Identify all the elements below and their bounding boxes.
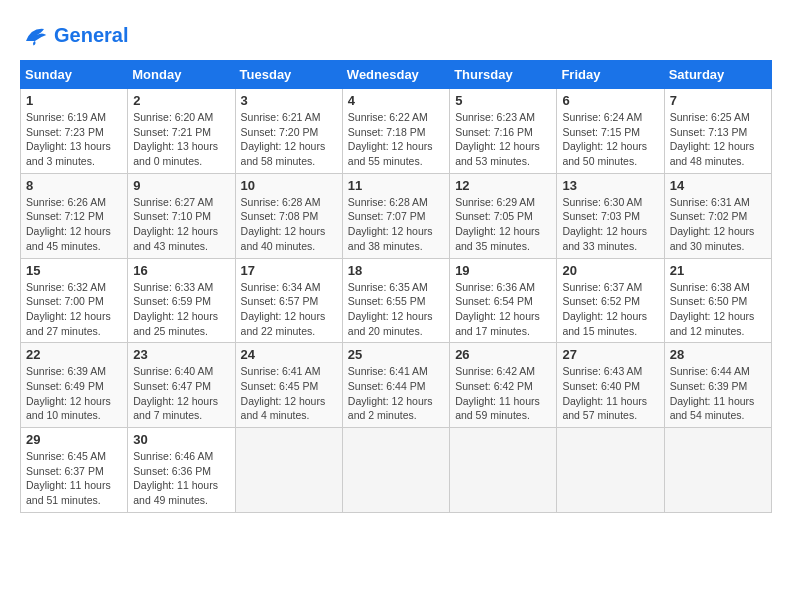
day-number: 27	[562, 347, 658, 362]
day-number: 21	[670, 263, 766, 278]
calendar-cell: 16Sunrise: 6:33 AMSunset: 6:59 PMDayligh…	[128, 258, 235, 343]
weekday-wednesday: Wednesday	[342, 61, 449, 89]
calendar-cell: 6Sunrise: 6:24 AMSunset: 7:15 PMDaylight…	[557, 89, 664, 174]
day-info: Sunrise: 6:44 AMSunset: 6:39 PMDaylight:…	[670, 364, 766, 423]
calendar-cell	[450, 428, 557, 513]
week-row-3: 15Sunrise: 6:32 AMSunset: 7:00 PMDayligh…	[21, 258, 772, 343]
calendar-cell: 25Sunrise: 6:41 AMSunset: 6:44 PMDayligh…	[342, 343, 449, 428]
calendar-cell: 2Sunrise: 6:20 AMSunset: 7:21 PMDaylight…	[128, 89, 235, 174]
day-info: Sunrise: 6:41 AMSunset: 6:45 PMDaylight:…	[241, 364, 337, 423]
day-info: Sunrise: 6:46 AMSunset: 6:36 PMDaylight:…	[133, 449, 229, 508]
day-info: Sunrise: 6:45 AMSunset: 6:37 PMDaylight:…	[26, 449, 122, 508]
calendar-cell	[235, 428, 342, 513]
day-number: 12	[455, 178, 551, 193]
day-info: Sunrise: 6:38 AMSunset: 6:50 PMDaylight:…	[670, 280, 766, 339]
calendar-cell: 18Sunrise: 6:35 AMSunset: 6:55 PMDayligh…	[342, 258, 449, 343]
day-info: Sunrise: 6:35 AMSunset: 6:55 PMDaylight:…	[348, 280, 444, 339]
day-number: 14	[670, 178, 766, 193]
day-info: Sunrise: 6:42 AMSunset: 6:42 PMDaylight:…	[455, 364, 551, 423]
weekday-tuesday: Tuesday	[235, 61, 342, 89]
day-info: Sunrise: 6:27 AMSunset: 7:10 PMDaylight:…	[133, 195, 229, 254]
day-info: Sunrise: 6:24 AMSunset: 7:15 PMDaylight:…	[562, 110, 658, 169]
day-info: Sunrise: 6:37 AMSunset: 6:52 PMDaylight:…	[562, 280, 658, 339]
calendar-cell: 28Sunrise: 6:44 AMSunset: 6:39 PMDayligh…	[664, 343, 771, 428]
day-info: Sunrise: 6:43 AMSunset: 6:40 PMDaylight:…	[562, 364, 658, 423]
day-number: 10	[241, 178, 337, 193]
day-number: 6	[562, 93, 658, 108]
day-info: Sunrise: 6:23 AMSunset: 7:16 PMDaylight:…	[455, 110, 551, 169]
weekday-thursday: Thursday	[450, 61, 557, 89]
page-header: General	[20, 20, 772, 50]
week-row-1: 1Sunrise: 6:19 AMSunset: 7:23 PMDaylight…	[21, 89, 772, 174]
day-info: Sunrise: 6:41 AMSunset: 6:44 PMDaylight:…	[348, 364, 444, 423]
logo: General	[20, 20, 128, 50]
calendar-cell	[557, 428, 664, 513]
day-info: Sunrise: 6:39 AMSunset: 6:49 PMDaylight:…	[26, 364, 122, 423]
calendar-cell: 21Sunrise: 6:38 AMSunset: 6:50 PMDayligh…	[664, 258, 771, 343]
day-number: 30	[133, 432, 229, 447]
day-number: 3	[241, 93, 337, 108]
day-number: 2	[133, 93, 229, 108]
week-row-4: 22Sunrise: 6:39 AMSunset: 6:49 PMDayligh…	[21, 343, 772, 428]
calendar-cell: 23Sunrise: 6:40 AMSunset: 6:47 PMDayligh…	[128, 343, 235, 428]
calendar-cell: 29Sunrise: 6:45 AMSunset: 6:37 PMDayligh…	[21, 428, 128, 513]
day-info: Sunrise: 6:40 AMSunset: 6:47 PMDaylight:…	[133, 364, 229, 423]
calendar-table: SundayMondayTuesdayWednesdayThursdayFrid…	[20, 60, 772, 513]
day-number: 24	[241, 347, 337, 362]
day-info: Sunrise: 6:25 AMSunset: 7:13 PMDaylight:…	[670, 110, 766, 169]
day-number: 15	[26, 263, 122, 278]
calendar-cell: 8Sunrise: 6:26 AMSunset: 7:12 PMDaylight…	[21, 173, 128, 258]
calendar-cell: 4Sunrise: 6:22 AMSunset: 7:18 PMDaylight…	[342, 89, 449, 174]
weekday-friday: Friday	[557, 61, 664, 89]
day-number: 11	[348, 178, 444, 193]
calendar-body: 1Sunrise: 6:19 AMSunset: 7:23 PMDaylight…	[21, 89, 772, 513]
calendar-cell	[664, 428, 771, 513]
day-info: Sunrise: 6:28 AMSunset: 7:07 PMDaylight:…	[348, 195, 444, 254]
day-number: 29	[26, 432, 122, 447]
day-number: 26	[455, 347, 551, 362]
week-row-2: 8Sunrise: 6:26 AMSunset: 7:12 PMDaylight…	[21, 173, 772, 258]
day-info: Sunrise: 6:22 AMSunset: 7:18 PMDaylight:…	[348, 110, 444, 169]
week-row-5: 29Sunrise: 6:45 AMSunset: 6:37 PMDayligh…	[21, 428, 772, 513]
calendar-cell: 14Sunrise: 6:31 AMSunset: 7:02 PMDayligh…	[664, 173, 771, 258]
day-info: Sunrise: 6:26 AMSunset: 7:12 PMDaylight:…	[26, 195, 122, 254]
day-info: Sunrise: 6:19 AMSunset: 7:23 PMDaylight:…	[26, 110, 122, 169]
logo-text-line1: General	[54, 24, 128, 46]
day-info: Sunrise: 6:34 AMSunset: 6:57 PMDaylight:…	[241, 280, 337, 339]
day-number: 18	[348, 263, 444, 278]
calendar-cell: 22Sunrise: 6:39 AMSunset: 6:49 PMDayligh…	[21, 343, 128, 428]
day-number: 22	[26, 347, 122, 362]
calendar-cell: 10Sunrise: 6:28 AMSunset: 7:08 PMDayligh…	[235, 173, 342, 258]
calendar-cell: 19Sunrise: 6:36 AMSunset: 6:54 PMDayligh…	[450, 258, 557, 343]
calendar-cell: 12Sunrise: 6:29 AMSunset: 7:05 PMDayligh…	[450, 173, 557, 258]
day-number: 20	[562, 263, 658, 278]
day-info: Sunrise: 6:21 AMSunset: 7:20 PMDaylight:…	[241, 110, 337, 169]
calendar-cell: 20Sunrise: 6:37 AMSunset: 6:52 PMDayligh…	[557, 258, 664, 343]
calendar-cell: 5Sunrise: 6:23 AMSunset: 7:16 PMDaylight…	[450, 89, 557, 174]
day-number: 19	[455, 263, 551, 278]
day-info: Sunrise: 6:30 AMSunset: 7:03 PMDaylight:…	[562, 195, 658, 254]
calendar-cell: 9Sunrise: 6:27 AMSunset: 7:10 PMDaylight…	[128, 173, 235, 258]
day-number: 17	[241, 263, 337, 278]
weekday-monday: Monday	[128, 61, 235, 89]
day-number: 13	[562, 178, 658, 193]
calendar-cell	[342, 428, 449, 513]
calendar-cell: 3Sunrise: 6:21 AMSunset: 7:20 PMDaylight…	[235, 89, 342, 174]
day-info: Sunrise: 6:20 AMSunset: 7:21 PMDaylight:…	[133, 110, 229, 169]
day-number: 4	[348, 93, 444, 108]
day-number: 16	[133, 263, 229, 278]
calendar-cell: 27Sunrise: 6:43 AMSunset: 6:40 PMDayligh…	[557, 343, 664, 428]
day-number: 7	[670, 93, 766, 108]
day-info: Sunrise: 6:36 AMSunset: 6:54 PMDaylight:…	[455, 280, 551, 339]
calendar-cell: 7Sunrise: 6:25 AMSunset: 7:13 PMDaylight…	[664, 89, 771, 174]
calendar-cell: 13Sunrise: 6:30 AMSunset: 7:03 PMDayligh…	[557, 173, 664, 258]
calendar-cell: 30Sunrise: 6:46 AMSunset: 6:36 PMDayligh…	[128, 428, 235, 513]
day-info: Sunrise: 6:28 AMSunset: 7:08 PMDaylight:…	[241, 195, 337, 254]
calendar-cell: 15Sunrise: 6:32 AMSunset: 7:00 PMDayligh…	[21, 258, 128, 343]
day-number: 9	[133, 178, 229, 193]
calendar-cell: 11Sunrise: 6:28 AMSunset: 7:07 PMDayligh…	[342, 173, 449, 258]
calendar-cell: 26Sunrise: 6:42 AMSunset: 6:42 PMDayligh…	[450, 343, 557, 428]
calendar-cell: 24Sunrise: 6:41 AMSunset: 6:45 PMDayligh…	[235, 343, 342, 428]
logo-icon	[20, 20, 50, 50]
day-info: Sunrise: 6:29 AMSunset: 7:05 PMDaylight:…	[455, 195, 551, 254]
